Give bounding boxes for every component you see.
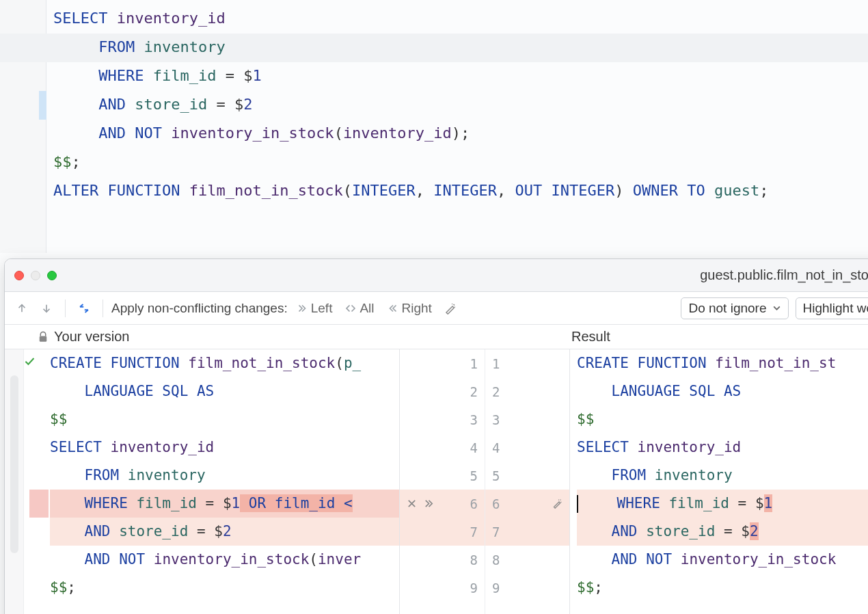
gutter-change-marker[interactable] xyxy=(39,91,46,120)
code-text[interactable]: SELECT inventory_id FROM inventory WHERE… xyxy=(53,4,868,205)
main-editor[interactable]: SELECT inventory_id FROM inventory WHERE… xyxy=(0,0,868,253)
